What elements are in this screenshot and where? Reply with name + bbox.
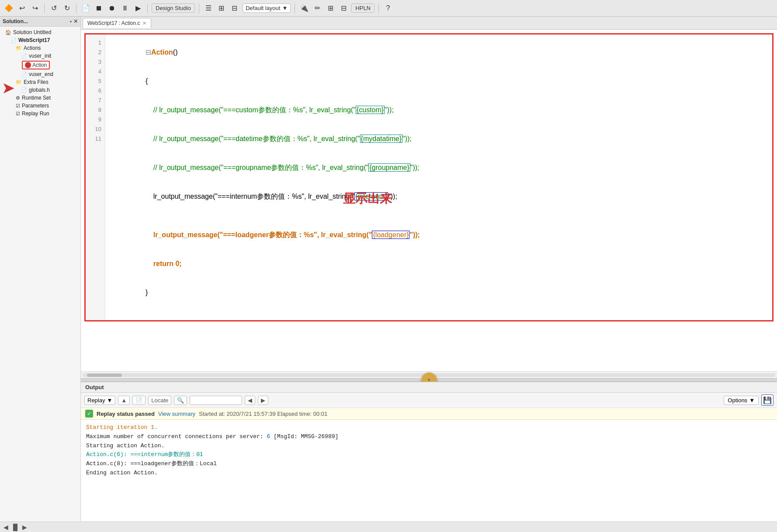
main-toolbar: 🔶 ↩ ↪ ↺ ↻ 📄 ⏹ ⏺ ⏸ ▶ Design Studio ☰ ⊞ ⊟ …	[0, 0, 777, 17]
script-icon[interactable]: 📄	[80, 3, 91, 14]
action-label: Action	[32, 62, 47, 68]
tree-item-globals[interactable]: 📄 globals.h	[0, 86, 80, 94]
tree-item-actions[interactable]: 📁 Actions	[0, 44, 80, 52]
design-studio-label[interactable]: Design Studio	[152, 3, 195, 13]
app2-icon[interactable]: ⊟	[338, 3, 349, 14]
connect-icon[interactable]: 🔌	[299, 3, 309, 14]
tree-item-webscript[interactable]: 📄 WebScript17	[0, 36, 80, 44]
search-input[interactable]	[190, 396, 242, 405]
help-icon[interactable]: ?	[383, 3, 393, 14]
options-dropdown[interactable]: Options ▼	[724, 396, 759, 405]
stop-icon[interactable]: ⏹	[94, 3, 104, 14]
log-line-4: Action.c(6): ===internum参数的值：01	[86, 450, 772, 459]
nav-next-btn[interactable]: ▶	[258, 396, 268, 405]
code-line-11	[111, 307, 767, 317]
options-label: Options	[728, 397, 747, 404]
h-scrollbar-thumb[interactable]	[87, 373, 122, 377]
editor-scroll-area[interactable]: 1 2 3 4 5 6 7 8 9 10 11	[81, 30, 777, 371]
options-arrow: ▼	[749, 397, 755, 404]
globals-icon: 📄	[21, 87, 27, 93]
line-num-5: 5	[86, 76, 105, 86]
code-line-7	[111, 211, 767, 221]
line-num-9: 9	[86, 115, 105, 124]
nav-prev-btn[interactable]: ◀	[245, 396, 255, 405]
copy-icon[interactable]: ⊞	[216, 3, 227, 14]
play-icon[interactable]: ▶	[133, 3, 143, 14]
search-btn[interactable]: 🔍	[174, 396, 187, 405]
line-num-3: 3	[86, 57, 105, 67]
separator-1	[44, 3, 45, 13]
tab-label: WebScript17 : Action.c	[87, 20, 140, 26]
undo-icon[interactable]: ↺	[49, 3, 59, 14]
tree-item-parameters[interactable]: ☑ Parameters	[0, 102, 80, 110]
pause-icon[interactable]: ⏸	[120, 3, 130, 14]
chinese-annotation: 显示出来	[343, 190, 392, 207]
collapse-icon[interactable]: ⊟	[146, 48, 151, 56]
parameters-icon: ☑	[16, 103, 20, 109]
up-btn[interactable]: ▲	[118, 396, 130, 405]
output-panel-header: Output	[81, 382, 777, 393]
sidebar-tree: 🏠 Solution Untitled 📄 WebScript17 📁 Acti…	[0, 27, 80, 522]
sidebar-pin-icon[interactable]: ▪	[70, 18, 72, 24]
save-btn[interactable]: 💾	[761, 394, 774, 406]
code-line-10: }	[111, 278, 767, 307]
line-num-10: 10	[86, 124, 105, 134]
tree-item-replay[interactable]: ☑ Replay Run	[0, 110, 80, 117]
sidebar-close-icon[interactable]: ✕	[73, 18, 78, 24]
grid-icon[interactable]: ⊟	[229, 3, 240, 14]
pen-icon[interactable]: ✏	[312, 3, 323, 14]
sidebar-header-icons: ▪ ✕	[70, 18, 78, 24]
runtime-label: Runtime Set	[22, 95, 51, 101]
main-area: Solution... ▪ ✕ 🏠 Solution Untitled 📄 We…	[0, 17, 777, 522]
tab-close-icon[interactable]: ✕	[142, 21, 146, 26]
code-line-6: lr_output_message("===internum参数的值：%s", …	[111, 182, 767, 211]
layout-dropdown[interactable]: Default layout ▼	[243, 3, 291, 13]
code-line-3: // lr_output_message("===custom参数的值：%s",…	[111, 96, 767, 124]
code-line-1: ⊟Action()	[111, 38, 767, 67]
content-area: WebScript17 : Action.c ✕ 1 2 3	[81, 17, 777, 522]
bottom-next-btn[interactable]: ▶	[22, 524, 27, 531]
kw-parens: ()	[173, 48, 178, 56]
code-highlight-box: 1 2 3 4 5 6 7 8 9 10 11	[84, 33, 774, 321]
code-tab[interactable]: WebScript17 : Action.c ✕	[83, 18, 151, 28]
line-num-6: 6	[86, 86, 105, 96]
list-icon[interactable]: ☰	[203, 3, 214, 14]
record-icon[interactable]: ⏺	[107, 3, 117, 14]
output-toolbar: Replay ▼ ▲ 📄 Locate 🔍 ◀ ▶ Options ▼	[81, 393, 777, 408]
save-icon: 💾	[763, 396, 772, 404]
forward-icon[interactable]: ↪	[30, 3, 40, 14]
tree-item-vuser-init[interactable]: 📄 vuser_init	[0, 52, 80, 60]
code-line-2: {	[111, 67, 767, 96]
webscript-icon: 📄	[10, 38, 17, 43]
tree-item-extra-files[interactable]: 📁 Extra Files	[0, 78, 80, 86]
extra-files-label: Extra Files	[24, 79, 49, 85]
tree-item-vuser-end[interactable]: 📄 vuser_end	[0, 70, 80, 78]
resize-handle[interactable]: ↕	[81, 378, 777, 382]
separator-6	[378, 3, 379, 13]
view-summary-link[interactable]: View summary	[158, 411, 195, 417]
tree-item-action[interactable]: Action	[0, 60, 80, 70]
hpln-label[interactable]: HPLN	[351, 3, 375, 13]
bottom-prev-btn[interactable]: ◀	[3, 524, 8, 531]
line-num-11: 11	[86, 134, 105, 144]
app-icon[interactable]: 🔶	[3, 3, 14, 14]
tree-item-runtime[interactable]: ⚙ Runtime Set	[0, 94, 80, 102]
replay-arrow: ▼	[107, 397, 112, 404]
apps-icon[interactable]: ⊞	[325, 3, 336, 14]
back-icon[interactable]: ↩	[17, 3, 27, 14]
replay-run-icon: ☑	[16, 111, 20, 117]
output-log: Starting iteration 1. Maximum number of …	[81, 420, 777, 522]
separator-5	[295, 3, 295, 13]
doc-btn[interactable]: 📄	[132, 396, 146, 405]
status-green-check-icon: ✓	[85, 410, 93, 418]
replay-dropdown[interactable]: Replay ▼	[84, 396, 115, 405]
locate-btn[interactable]: Locate	[148, 396, 171, 405]
tree-item-solution[interactable]: 🏠 Solution Untitled	[0, 28, 80, 36]
vuser-end-label: vuser_end	[29, 71, 53, 77]
kw-action: Action	[151, 48, 173, 56]
redo-icon[interactable]: ↻	[62, 3, 72, 14]
solution-label: Solution Untitled	[13, 29, 51, 35]
status-time-text: Started at: 2020/7/21 15:57:39 Elapsed t…	[199, 411, 327, 417]
layout-label: Default layout	[246, 5, 281, 11]
code-content[interactable]: ⊟Action() { // lr_output_message("===cus…	[105, 35, 772, 320]
